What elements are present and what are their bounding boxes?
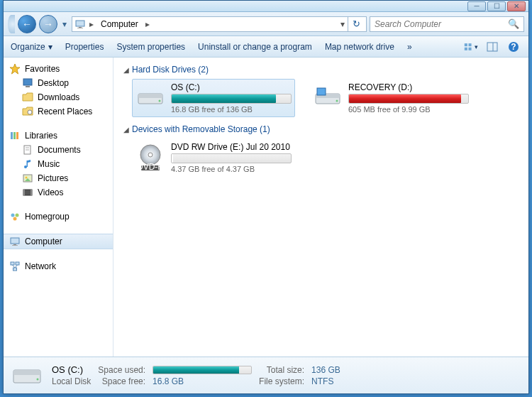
svg-text:DVD-R: DVD-R xyxy=(137,162,164,172)
svg-rect-35 xyxy=(16,262,19,265)
nav-history-dropdown[interactable]: ▾ xyxy=(60,18,69,31)
breadcrumb-arrow[interactable]: ▸ xyxy=(143,19,153,29)
svg-point-21 xyxy=(24,165,27,168)
nav-back-button[interactable]: ← xyxy=(18,15,36,33)
address-dropdown[interactable]: ▾ xyxy=(338,19,348,29)
svg-rect-32 xyxy=(13,244,16,245)
title-bar: ─ ☐ ✕ xyxy=(4,1,528,12)
filesystem-value: NTFS xyxy=(311,376,340,386)
status-subtitle: Local Disk xyxy=(52,376,91,386)
computer-header[interactable]: Computer xyxy=(4,234,113,249)
star-icon xyxy=(9,63,21,75)
collapse-icon: ◢ xyxy=(123,66,129,74)
sidebar-item-videos[interactable]: Videos xyxy=(4,185,113,200)
removable-section-header[interactable]: ◢ Devices with Removable Storage (1) xyxy=(123,124,521,134)
drive-os-c[interactable]: OS (C:) 16.8 GB free of 136 GB xyxy=(132,79,295,117)
svg-rect-3 xyxy=(465,43,467,46)
space-free-label: Space free: xyxy=(98,376,145,386)
svg-marker-11 xyxy=(10,64,20,74)
space-used-bar xyxy=(153,366,252,374)
svg-rect-17 xyxy=(16,132,18,139)
nav-forward-button[interactable]: → xyxy=(39,15,57,33)
svg-rect-6 xyxy=(469,47,472,50)
space-used-label: Space used: xyxy=(98,365,145,375)
libraries-icon xyxy=(9,130,21,141)
svg-rect-27 xyxy=(31,190,32,195)
hard-disk-section-header[interactable]: ◢ Hard Disk Drives (2) xyxy=(123,65,521,75)
properties-button[interactable]: Properties xyxy=(65,42,104,52)
system-properties-button[interactable]: System properties xyxy=(116,42,185,52)
svg-line-38 xyxy=(15,265,18,268)
space-free-value: 16.8 GB xyxy=(153,376,252,386)
search-icon[interactable]: 🔍 xyxy=(508,18,519,29)
sidebar-item-pictures[interactable]: Pictures xyxy=(4,171,113,185)
svg-rect-44 xyxy=(317,88,326,95)
svg-line-37 xyxy=(13,265,16,268)
uninstall-button[interactable]: Uninstall or change a program xyxy=(198,42,312,52)
drive-recovery-d[interactable]: RECOVERY (D:) 605 MB free of 9.99 GB xyxy=(309,79,472,117)
documents-icon xyxy=(22,144,33,156)
svg-rect-51 xyxy=(13,370,40,375)
total-size-label: Total size: xyxy=(259,365,304,375)
map-drive-button[interactable]: Map network drive xyxy=(325,42,394,52)
close-button[interactable]: ✕ xyxy=(507,1,526,11)
hard-drive-icon xyxy=(11,361,43,390)
sidebar-item-recent[interactable]: Recent Places xyxy=(4,104,113,119)
drive-status: 4.37 GB free of 4.37 GB xyxy=(171,165,292,173)
svg-point-45 xyxy=(336,100,338,102)
usage-bar xyxy=(171,153,292,163)
sidebar-item-music[interactable]: Music xyxy=(4,157,113,171)
favorites-label: Favorites xyxy=(25,64,60,74)
organize-button[interactable]: Organize ▾ xyxy=(11,42,52,52)
address-bar[interactable]: ▸ Computer ▸ ▾ ↻ xyxy=(72,16,367,32)
favorites-header[interactable]: Favorites xyxy=(4,62,113,76)
drive-label: DVD RW Drive (E:) Jul 20 2010 xyxy=(171,142,292,152)
svg-point-47 xyxy=(148,153,153,157)
minimize-button[interactable]: ─ xyxy=(467,1,486,11)
recent-icon xyxy=(22,106,33,117)
command-bar: Organize ▾ Properties System properties … xyxy=(4,36,528,58)
svg-rect-13 xyxy=(26,86,30,87)
maximize-button[interactable]: ☐ xyxy=(487,1,506,11)
preview-pane-button[interactable] xyxy=(484,40,500,54)
hard-drive-icon xyxy=(135,82,165,112)
drive-dvd-e[interactable]: DVD-R DVD RW Drive (E:) Jul 20 2010 4.37… xyxy=(132,138,295,177)
body: Favorites Desktop Downloads Recent Place… xyxy=(4,58,528,357)
svg-point-29 xyxy=(16,214,19,217)
svg-rect-1 xyxy=(79,27,82,28)
sidebar-item-downloads[interactable]: Downloads xyxy=(4,90,113,104)
breadcrumb-computer[interactable]: Computer xyxy=(96,17,143,31)
search-box[interactable]: 🔍 xyxy=(370,16,524,32)
navigation-pane[interactable]: Favorites Desktop Downloads Recent Place… xyxy=(4,58,113,357)
svg-rect-7 xyxy=(487,43,497,51)
explorer-window: ─ ☐ ✕ ← → ▾ ▸ Computer ▸ ▾ ↻ 🔍 Organize … xyxy=(3,0,529,394)
change-view-button[interactable]: ▾ xyxy=(463,40,479,54)
drive-label: OS (C:) xyxy=(171,82,292,92)
computer-label: Computer xyxy=(25,236,62,246)
network-header[interactable]: Network xyxy=(4,259,113,273)
videos-icon xyxy=(22,187,33,198)
help-button[interactable]: ? xyxy=(506,40,521,54)
details-pane: OS (C:) Space used: Total size: 136 GB L… xyxy=(4,357,528,393)
svg-rect-5 xyxy=(465,47,467,50)
libraries-header[interactable]: Libraries xyxy=(4,129,113,143)
svg-rect-0 xyxy=(76,21,84,26)
homegroup-header[interactable]: Homegroup xyxy=(4,210,113,224)
sidebar-item-documents[interactable]: Documents xyxy=(4,143,113,157)
folder-icon xyxy=(22,92,33,103)
search-input[interactable] xyxy=(375,19,508,29)
computer-icon xyxy=(9,236,21,247)
breadcrumb-root-arrow[interactable]: ▸ xyxy=(87,19,96,29)
usage-bar xyxy=(348,94,469,104)
sidebar-item-desktop[interactable]: Desktop xyxy=(4,76,113,90)
homegroup-icon xyxy=(9,211,21,222)
total-size-value: 136 GB xyxy=(311,365,340,375)
nav-back-orb xyxy=(8,15,15,33)
svg-rect-12 xyxy=(23,79,32,85)
svg-rect-16 xyxy=(13,132,16,139)
pictures-icon xyxy=(22,173,33,184)
svg-point-30 xyxy=(13,217,17,221)
more-button[interactable]: » xyxy=(407,42,412,52)
content-pane[interactable]: ◢ Hard Disk Drives (2) OS (C:) 16.8 GB f… xyxy=(113,58,528,357)
refresh-button[interactable]: ↻ xyxy=(348,16,365,32)
